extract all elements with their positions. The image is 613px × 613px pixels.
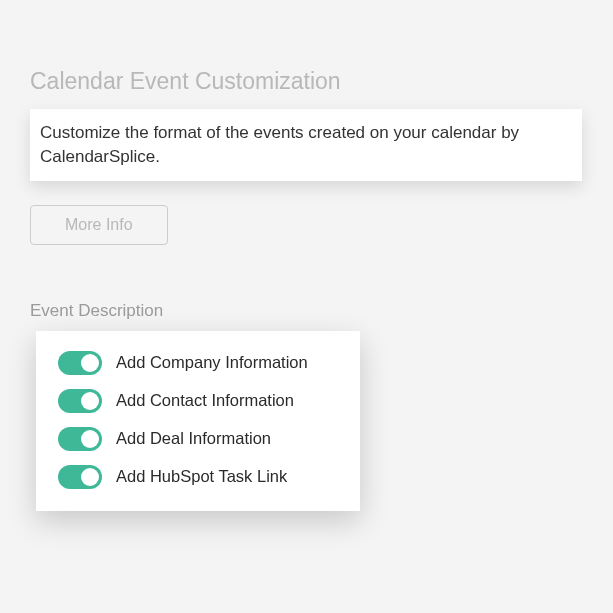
more-info-button[interactable]: More Info	[30, 205, 168, 245]
toggle-knob	[81, 468, 99, 486]
description-text: Customize the format of the events creat…	[40, 121, 572, 169]
toggle-label: Add Company Information	[116, 353, 308, 372]
toggle-row-contact: Add Contact Information	[58, 389, 338, 413]
toggles-card: Add Company Information Add Contact Info…	[36, 331, 360, 511]
toggle-knob	[81, 354, 99, 372]
toggle-row-company: Add Company Information	[58, 351, 338, 375]
toggle-hubspot-task-link[interactable]	[58, 465, 102, 489]
toggle-company-info[interactable]	[58, 351, 102, 375]
toggle-row-hubspot: Add HubSpot Task Link	[58, 465, 338, 489]
toggle-label: Add Deal Information	[116, 429, 271, 448]
toggle-knob	[81, 392, 99, 410]
toggle-label: Add HubSpot Task Link	[116, 467, 287, 486]
toggle-deal-info[interactable]	[58, 427, 102, 451]
toggle-contact-info[interactable]	[58, 389, 102, 413]
description-card: Customize the format of the events creat…	[30, 109, 582, 181]
toggle-label: Add Contact Information	[116, 391, 294, 410]
toggles-wrap: Add Company Information Add Contact Info…	[30, 331, 583, 511]
toggle-knob	[81, 430, 99, 448]
section-label: Event Description	[30, 301, 583, 321]
toggle-row-deal: Add Deal Information	[58, 427, 338, 451]
page-title: Calendar Event Customization	[30, 68, 583, 95]
